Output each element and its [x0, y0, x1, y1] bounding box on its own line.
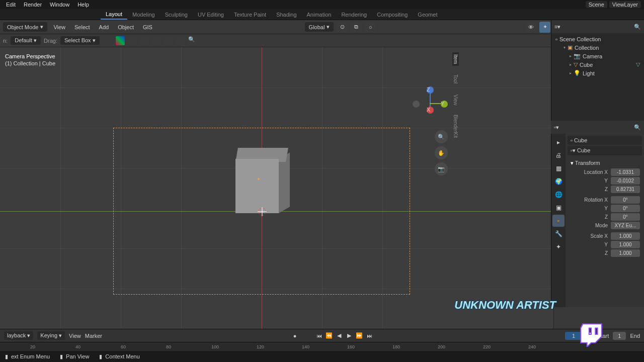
- search-icon[interactable]: 🔍: [188, 36, 197, 45]
- tab-shading[interactable]: Shading: [271, 10, 301, 19]
- ptab-collection[interactable]: ▣: [552, 202, 565, 214]
- zoom-icon[interactable]: 🔍: [435, 130, 448, 143]
- ptab-modifiers[interactable]: 🔧: [552, 228, 565, 240]
- prev-key-icon[interactable]: ⏪: [325, 331, 334, 340]
- next-key-icon[interactable]: ⏩: [355, 331, 364, 340]
- play-icon[interactable]: ▶: [345, 331, 354, 340]
- menu-gis[interactable]: GIS: [140, 24, 155, 30]
- ptab-particles[interactable]: ✦: [552, 241, 565, 253]
- tab-texture[interactable]: Texture Paint: [229, 10, 271, 19]
- x-axis-ball[interactable]: X: [427, 107, 434, 114]
- filter-icon[interactable]: ≡▾: [554, 24, 560, 30]
- rotx-value[interactable]: 0°: [611, 196, 640, 204]
- menu-window[interactable]: Window: [46, 2, 73, 8]
- tree-camera[interactable]: ▸📷Camera: [553, 52, 642, 60]
- locx-label: Location X: [570, 169, 611, 175]
- keying-dropdown[interactable]: Keying ▾: [37, 331, 65, 340]
- menu-render[interactable]: Render: [20, 2, 46, 8]
- locx-value[interactable]: -1.0331: [611, 168, 640, 176]
- z-axis-ball[interactable]: Z: [427, 86, 434, 94]
- menu-add[interactable]: Add: [96, 24, 112, 30]
- play-reverse-icon[interactable]: ◀: [335, 331, 344, 340]
- props-icon[interactable]: ▫▾: [554, 124, 559, 131]
- menu-view[interactable]: View: [50, 24, 68, 30]
- tool-icon[interactable]: [140, 36, 149, 45]
- tab-compositing[interactable]: Compositing: [372, 10, 413, 19]
- menu-view[interactable]: View: [69, 333, 81, 339]
- playback-dropdown[interactable]: layback ▾: [4, 331, 33, 340]
- viewlayer-dropdown[interactable]: ViewLayer: [609, 1, 641, 8]
- tool-icon[interactable]: [164, 36, 173, 45]
- tick: 220: [483, 344, 491, 349]
- mode-dropdown[interactable]: Object Mode ▾: [3, 22, 47, 32]
- menu-select[interactable]: Select: [71, 24, 93, 30]
- tool-icon[interactable]: [128, 36, 137, 45]
- snap-icon[interactable]: ⧉: [351, 22, 362, 33]
- timeline-ruler[interactable]: 20 40 60 80 100 120 140 160 180 200 220 …: [0, 342, 644, 351]
- orientation-dropdown[interactable]: Global ▾: [305, 22, 334, 32]
- 3d-viewport[interactable]: Camera Perspective (1) Collection | Cube…: [0, 47, 553, 329]
- tree-cube[interactable]: ▸▽Cube▽: [553, 60, 642, 69]
- mode-value[interactable]: XYZ Eu...: [611, 222, 640, 229]
- tab-view[interactable]: View: [452, 93, 459, 108]
- roty-value[interactable]: 0°: [611, 205, 640, 212]
- pan-icon[interactable]: ✋: [435, 146, 448, 159]
- tab-blenderkit[interactable]: BlenderKit: [452, 113, 459, 140]
- cube-object[interactable]: [235, 148, 286, 213]
- tab-sculpting[interactable]: Sculpting: [160, 10, 193, 19]
- scaley-value[interactable]: 1.000: [611, 241, 640, 248]
- selectbox-dropdown[interactable]: Select Box ▾: [60, 36, 100, 45]
- object-name[interactable]: ▫ Cube: [568, 136, 642, 145]
- visibility-icon[interactable]: 👁: [525, 22, 536, 33]
- tab-uv[interactable]: UV Editing: [193, 10, 229, 19]
- object-name2[interactable]: ▫▾ Cube: [568, 146, 642, 155]
- tree-collection[interactable]: ▾▣Collection: [553, 43, 642, 52]
- scalex-value[interactable]: 1.000: [611, 232, 640, 240]
- tab-rendering[interactable]: Rendering: [336, 10, 372, 19]
- ptab-scene[interactable]: 🌍: [552, 175, 565, 188]
- camera-icon[interactable]: 📷: [435, 162, 448, 175]
- proportional-icon[interactable]: ○: [365, 22, 376, 33]
- neg-axis-ball[interactable]: [413, 101, 420, 108]
- menu-edit[interactable]: Edit: [2, 2, 20, 8]
- default-dropdown[interactable]: Default ▾: [11, 36, 41, 45]
- tab-geometry[interactable]: Geomet: [413, 10, 442, 19]
- ptab-world[interactable]: 🌐: [552, 189, 565, 201]
- transform-section[interactable]: ▾ Transform: [568, 158, 642, 168]
- autokey-icon[interactable]: ●: [293, 333, 297, 339]
- y-axis-ball[interactable]: Y: [441, 101, 448, 108]
- ptab-render[interactable]: ▸: [552, 136, 565, 148]
- search-icon[interactable]: 🔍: [634, 24, 641, 30]
- gizmo-icon[interactable]: ✦: [539, 22, 550, 33]
- menu-object[interactable]: Object: [115, 24, 137, 30]
- tab-layout[interactable]: Layout: [101, 10, 127, 20]
- tree-scene-collection[interactable]: ▫Scene Collection: [553, 35, 642, 43]
- ptab-viewlayer[interactable]: ▦: [552, 162, 565, 174]
- tab-animation[interactable]: Animation: [302, 10, 337, 19]
- tab-item[interactable]: Item: [452, 52, 459, 66]
- menu-help[interactable]: Help: [73, 2, 93, 8]
- locz-value[interactable]: 0.82731: [611, 186, 640, 193]
- jump-start-icon[interactable]: ⏮: [314, 331, 324, 340]
- top-menu-bar: Edit Render Window Help: [0, 0, 644, 9]
- tool-icon[interactable]: [152, 36, 161, 45]
- rotz-value[interactable]: 0°: [611, 213, 640, 221]
- tool-icon[interactable]: [116, 36, 125, 45]
- scene-dropdown[interactable]: Scene: [586, 1, 607, 8]
- search-icon[interactable]: 🔍: [634, 124, 641, 131]
- play-controls: ⏮ ⏪ ◀ ▶ ⏩ ⏭: [314, 331, 374, 340]
- start-frame[interactable]: 1: [613, 332, 626, 340]
- tab-tool[interactable]: Tool: [452, 72, 459, 85]
- scalez-value[interactable]: 1.000: [611, 249, 640, 257]
- tool-icon[interactable]: [176, 36, 185, 45]
- pivot-icon[interactable]: ⊙: [337, 22, 348, 33]
- tree-light[interactable]: ▸💡Light: [553, 69, 642, 77]
- locy-value[interactable]: -0.0102: [611, 177, 640, 185]
- ptab-object[interactable]: ▫: [552, 215, 565, 227]
- tick: 140: [302, 344, 309, 349]
- menu-marker[interactable]: Marker: [85, 333, 102, 339]
- jump-end-icon[interactable]: ⏭: [365, 331, 374, 340]
- ptab-output[interactable]: 🖨: [552, 149, 565, 161]
- navigation-gizmo[interactable]: Z Y X: [413, 86, 448, 122]
- tab-modeling[interactable]: Modeling: [127, 10, 160, 19]
